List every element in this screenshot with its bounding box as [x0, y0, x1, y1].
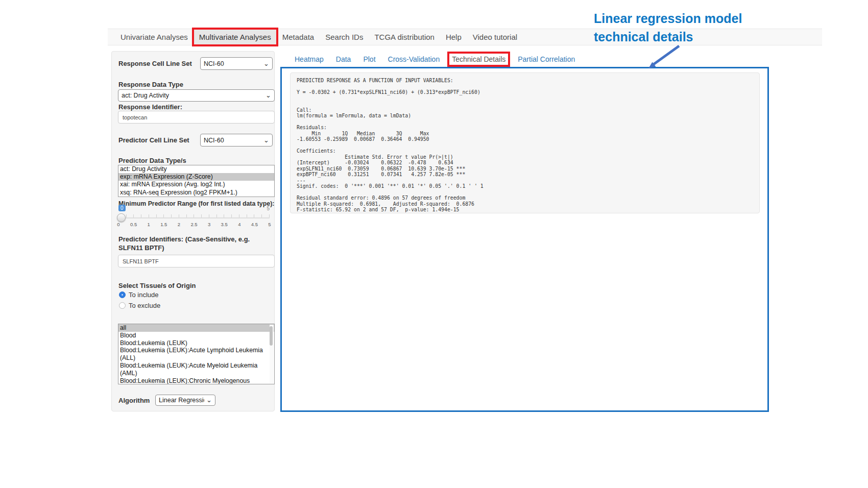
tick-label: 3.5 — [221, 222, 228, 227]
response-identifier-input[interactable] — [118, 111, 275, 124]
annotation-arrow-icon — [642, 43, 683, 71]
algorithm-select[interactable]: Linear Regression ⌄ — [155, 395, 215, 406]
response-cell-line-set-label: Response Cell Line Set — [118, 60, 192, 67]
tab-partial-correlation[interactable]: Partial Correlation — [518, 55, 575, 63]
tab-heatmap[interactable]: Heatmap — [295, 55, 324, 63]
algorithm-label: Algorithm — [118, 397, 150, 404]
tick-label: 5 — [268, 222, 271, 227]
response-identifier-label: Response Identifier: — [118, 103, 182, 111]
predictor-data-types-listbox: act: Drug Activity exp: mRNA Expression … — [118, 165, 275, 197]
tick-label: 4 — [238, 222, 240, 227]
response-cell-line-set-select[interactable]: NCI-60 ⌄ — [200, 57, 273, 70]
list-option[interactable]: act: Drug Activity — [118, 165, 274, 173]
predictor-cell-line-set-value: NCI-60 — [204, 137, 261, 144]
slider-max-label: 5 — [267, 206, 270, 211]
nav-item-video-tutorial[interactable]: Video tutorial — [467, 29, 523, 45]
tab-technical-details[interactable]: Technical Details — [452, 55, 505, 63]
tab-data[interactable]: Data — [336, 55, 351, 63]
tick-label: 1.5 — [160, 222, 167, 227]
response-cell-line-set-value: NCI-60 — [204, 60, 261, 67]
predictor-cell-line-set-select[interactable]: NCI-60 ⌄ — [200, 134, 273, 147]
list-option[interactable]: Blood — [118, 332, 274, 339]
chevron-down-icon: ⌄ — [263, 138, 269, 143]
predictor-cell-line-set-label: Predictor Cell Line Set — [118, 136, 189, 144]
annotation-note: Linear regression model technical detail… — [594, 9, 742, 46]
scrollbar[interactable] — [270, 325, 274, 383]
list-option[interactable]: Blood:Leukemia (LEUK) — [118, 339, 274, 347]
response-data-type-label: Response Data Type — [118, 81, 183, 88]
technical-details-panel: PREDICTED RESPONSE AS A FUNCTION OF INPU… — [290, 72, 760, 213]
nav-item-multivariate-analyses[interactable]: Multivariate Analyses — [194, 29, 277, 45]
tab-cross-validation[interactable]: Cross-Validation — [388, 55, 440, 63]
tick-label: 2 — [178, 222, 180, 227]
controls-sidebar: Response Cell Line Set NCI-60 ⌄ Response… — [111, 51, 275, 411]
chevron-down-icon: ⌄ — [266, 93, 271, 98]
min-predictor-range-slider[interactable]: 0 5 0 0.5 1 1.5 2 2.5 3 3.5 4 4.5 5 — [118, 205, 270, 229]
result-tabs: Heatmap Data Plot Cross-Validation Techn… — [295, 55, 575, 63]
regression-output-text: PREDICTED RESPONSE AS A FUNCTION OF INPU… — [297, 78, 753, 213]
predictor-data-types-label: Predictor Data Type/s — [118, 157, 186, 164]
tick-label: 0 — [117, 222, 119, 227]
nav-item-tcga-distribution[interactable]: TCGA distribution — [369, 29, 440, 45]
nav-item-metadata[interactable]: Metadata — [277, 29, 320, 45]
tick-label: 0.5 — [130, 222, 137, 227]
results-panel: PREDICTED RESPONSE AS A FUNCTION OF INPU… — [280, 67, 769, 412]
radio-to-include[interactable]: To include — [119, 291, 159, 299]
radio-selected-icon — [119, 291, 126, 298]
algorithm-value: Linear Regression — [159, 397, 204, 404]
list-option[interactable]: Blood:Leukemia (LEUK):Chronic Myelogenou… — [118, 377, 274, 384]
tick-label: 1 — [148, 222, 150, 227]
nav-item-help[interactable]: Help — [440, 29, 467, 45]
tick-label: 4.5 — [251, 222, 258, 227]
list-option[interactable]: Blood:Leukemia (LEUK):Acute Myeloid Leuk… — [118, 362, 274, 377]
response-data-type-value: act: Drug Activity — [122, 92, 263, 99]
tissue-origin-listbox: all Blood Blood:Leukemia (LEUK) Blood:Le… — [118, 324, 275, 384]
radio-to-include-label: To include — [129, 291, 159, 299]
annotation-line-1: Linear regression model — [594, 9, 742, 28]
chevron-down-icon: ⌄ — [206, 398, 212, 403]
radio-to-exclude-label: To exclude — [129, 302, 160, 309]
tissue-origin-label: Select Tissue/s of Origin — [118, 282, 196, 289]
list-option-selected[interactable]: all — [118, 324, 274, 332]
tab-plot[interactable]: Plot — [363, 55, 375, 63]
list-option[interactable]: xai: mRNA Expression (Avg. log2 Int.) — [118, 181, 274, 188]
radio-to-exclude[interactable]: To exclude — [119, 302, 160, 309]
predictor-identifiers-input[interactable] — [118, 255, 275, 267]
slider-thumb[interactable] — [117, 213, 126, 222]
response-data-type-select[interactable]: act: Drug Activity ⌄ — [118, 89, 275, 102]
list-option-selected[interactable]: exp: mRNA Expression (Z-Score) — [118, 173, 274, 181]
list-option[interactable]: xsq: RNA-seq Expression (log2 FPKM+1.) — [118, 189, 274, 197]
nav-item-univariate-analyses[interactable]: Univariate Analyses — [115, 29, 194, 45]
tick-label: 3 — [208, 222, 210, 227]
tick-label: 2.5 — [190, 222, 197, 227]
list-option[interactable]: Blood:Leukemia (LEUK):Acute Lymphoid Leu… — [118, 347, 274, 362]
radio-unselected-icon — [119, 302, 126, 309]
chevron-down-icon: ⌄ — [263, 61, 269, 66]
slider-tick-labels: 0 0.5 1 1.5 2 2.5 3 3.5 4 4.5 5 — [118, 222, 270, 228]
predictor-identifiers-label: Predictor Identifiers: (Case-Sensitive, … — [118, 235, 272, 252]
scrollbar-thumb[interactable] — [270, 326, 273, 346]
slider-track[interactable] — [118, 217, 270, 218]
slider-value-badge: 0 — [118, 205, 126, 211]
nav-item-search-ids[interactable]: Search IDs — [320, 29, 369, 45]
